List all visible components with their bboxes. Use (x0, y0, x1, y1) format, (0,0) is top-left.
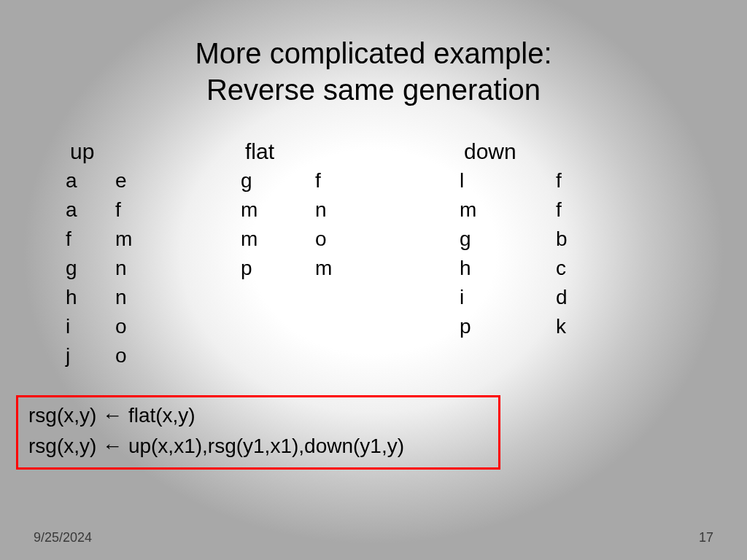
rule-line-2: rsg(x,y) ← up(x,x1),rsg(y1,x1),down(y1,y… (28, 431, 488, 462)
cell: p (241, 254, 315, 283)
table-row: jo (66, 341, 241, 370)
rules-box: rsg(x,y) ← flat(x,y) rsg(x,y) ← up(x,x1)… (16, 395, 500, 470)
cell: b (556, 225, 568, 254)
table-row: gf (241, 166, 460, 195)
cell: p (460, 312, 556, 341)
column-down-header: down (460, 137, 649, 166)
cell: h (66, 283, 115, 312)
cell: a (66, 195, 115, 225)
column-down: down lf mf gb hc id pk (460, 137, 649, 370)
cell: i (460, 283, 556, 312)
cell: o (315, 225, 327, 254)
slide-title: More complicated example: Reverse same g… (0, 35, 747, 108)
cell: f (556, 195, 562, 225)
cell: n (115, 283, 127, 312)
rule-line-1: rsg(x,y) ← flat(x,y) (28, 400, 488, 431)
cell: g (66, 254, 115, 283)
cell: j (66, 341, 115, 370)
column-up: up ae af fm gn hn io jo (66, 137, 241, 370)
cell: h (460, 254, 556, 283)
table-row: mf (460, 195, 649, 225)
slide: More complicated example: Reverse same g… (0, 0, 747, 560)
cell: f (556, 166, 562, 195)
table-row: io (66, 312, 241, 341)
footer-date: 9/25/2024 (34, 530, 92, 545)
table-row: gb (460, 225, 649, 254)
table-row: fm (66, 225, 241, 254)
column-flat: flat gf mn mo pm (241, 137, 460, 370)
cell: o (115, 312, 127, 341)
title-line-1: More complicated example: (195, 37, 551, 69)
cell: f (315, 166, 321, 195)
cell: g (241, 166, 315, 195)
cell: e (115, 166, 127, 195)
table-row: id (460, 283, 649, 312)
table-row: lf (460, 166, 649, 195)
cell: g (460, 225, 556, 254)
footer-page-number: 17 (699, 530, 713, 545)
table-row: ae (66, 166, 241, 195)
cell: m (241, 225, 315, 254)
cell: n (315, 195, 327, 225)
cell: k (556, 312, 566, 341)
cell: c (556, 254, 566, 283)
title-line-2: Reverse same generation (206, 74, 541, 106)
table-row: af (66, 195, 241, 225)
table-row: hn (66, 283, 241, 312)
table-row: pm (241, 254, 460, 283)
cell: f (66, 225, 115, 254)
column-up-header: up (66, 137, 241, 166)
columns-area: up ae af fm gn hn io jo flat gf mn mo pm… (66, 137, 681, 370)
cell: l (460, 166, 556, 195)
cell: i (66, 312, 115, 341)
cell: m (460, 195, 556, 225)
table-row: mn (241, 195, 460, 225)
cell: f (115, 195, 121, 225)
table-row: hc (460, 254, 649, 283)
cell: n (115, 254, 127, 283)
column-flat-header: flat (241, 137, 460, 166)
cell: m (315, 254, 332, 283)
cell: a (66, 166, 115, 195)
cell: o (115, 341, 127, 370)
cell: m (241, 195, 315, 225)
cell: m (115, 225, 132, 254)
table-row: pk (460, 312, 649, 341)
table-row: mo (241, 225, 460, 254)
cell: d (556, 283, 568, 312)
table-row: gn (66, 254, 241, 283)
